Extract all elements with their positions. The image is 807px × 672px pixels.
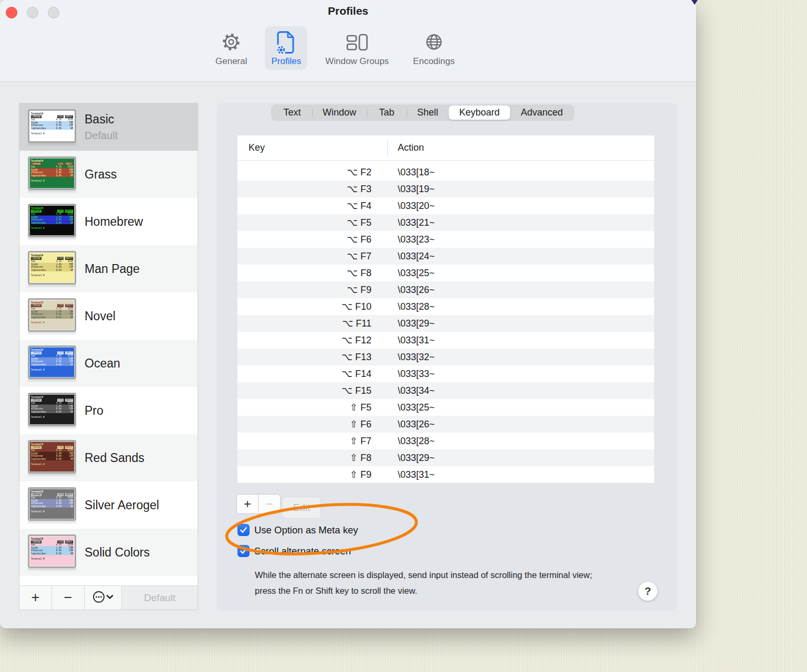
settings-tab[interactable]: Text [272,106,312,120]
toolbar-item-profiles[interactable]: Profiles [265,26,307,70]
terminal-preferences-window: Profiles General [0,0,696,628]
thumb-title: Terminal# [31,254,73,257]
profile-thumbnail: Terminal# COMMAND %CPU RPRVT [28,109,76,146]
table-row[interactable]: ⇧ F7 \033[28~ [237,433,654,449]
globe-icon [423,30,444,55]
table-row[interactable]: ⌥ F5 \033[21~ [237,214,654,231]
mapping-action-buttons: + − Edit [236,494,321,519]
table-row[interactable]: ⌥ F2 \033[18~ [237,164,654,181]
table-row[interactable]: ⌥ F6 \033[23~ [237,231,654,248]
profile-list-item[interactable]: Terminal# COMMAND %CPU RPRVT [19,529,198,576]
table-row[interactable]: ⌥ F9 \033[26~ [237,281,654,298]
table-row[interactable]: ⌥ F13 \033[32~ [237,349,654,365]
thumbnail-reflection [28,379,76,383]
set-default-button[interactable]: Default [122,586,198,610]
checkbox-checked-icon [237,545,250,557]
thumbnail-reflection [28,285,76,288]
profile-actions-menu-button[interactable] [85,586,122,610]
table-row[interactable]: ⇧ F6 \033[26~ [237,416,654,433]
key-cell: ⌥ F12 [237,334,371,346]
profile-name: Silver Aerogel [85,498,159,512]
edit-mapping-button[interactable]: Edit [282,497,321,519]
profile-list-item[interactable]: Terminal# COMMAND %CPU RPRVT [19,340,198,387]
profile-thumbnail: Terminal# COMMAND %CPU RPRVT [28,204,76,241]
action-cell: \033[21~ [398,217,435,228]
table-row[interactable]: ⇧ F9 \033[31~ [237,466,654,483]
thumb-title: Terminal# [31,112,73,116]
profile-list-item[interactable]: Terminal# COMMAND %CPU RPRVT [19,292,198,340]
thumbnail-reflection [28,426,76,430]
toolbar-item-general[interactable]: General [209,26,253,70]
settings-tab[interactable]: Advanced [510,106,573,120]
profile-thumbnail: Terminal# COMMAND %CPU RPRVT [28,440,76,477]
key-cell: ⇧ F5 [237,402,371,413]
action-cell: \033[24~ [398,251,435,262]
ellipsis-circle-icon [92,590,114,606]
alternate-screen-help-text: While the alternate screen is displayed,… [255,567,604,598]
profile-list-item[interactable]: Terminal# COMMAND %CPU RPRVT [19,434,198,481]
table-row[interactable]: ⌥ F11 \033[29~ [237,315,654,332]
help-button[interactable]: ? [638,581,658,601]
profile-thumbnail: Terminal# COMMAND %CPU RPRVT [28,534,76,572]
window-groups-icon [346,30,369,55]
key-cell: ⌥ F9 [237,284,371,296]
profiles-sidebar: Terminal# COMMAND %CPU RPRVT [19,103,198,610]
add-profile-button[interactable]: + [19,586,52,610]
profile-name: Novel [85,309,116,323]
table-row[interactable]: ⌥ F14 \033[33~ [237,365,654,382]
thumbnail-reflection [28,143,76,146]
key-mappings-table: Key Action ⌥ F2 \033[18~ ⌥ F3 \033[ [237,135,654,483]
profile-list-item[interactable]: Terminal# COMMAND %CPU RPRVT [19,245,198,292]
table-row[interactable]: ⌥ F10 \033[28~ [237,298,654,315]
settings-tab[interactable]: Keyboard [449,106,510,120]
thumb-title: Terminal# [31,160,73,163]
window-title: Profiles [0,5,696,17]
profile-list-item[interactable]: Terminal# COMMAND %CPU RPRVT [19,481,198,529]
column-divider [387,140,388,156]
table-row[interactable]: ⌥ F8 \033[25~ [237,265,654,281]
profile-list-item[interactable]: Terminal# COMMAND %CPU RPRVT [19,151,198,198]
key-cell: ⇧ F7 [237,435,371,447]
key-cell: ⇧ F9 [237,469,371,480]
key-cell: ⌥ F10 [237,301,371,312]
table-row[interactable]: ⇧ F5 \033[25~ [237,399,654,416]
action-cell: \033[29~ [398,318,435,329]
profile-name: Grass [85,167,117,182]
use-option-as-meta-checkbox[interactable]: Use Option as Meta key [237,524,358,536]
profile-list-item[interactable]: Terminal# COMMAND %CPU RPRVT [19,103,198,151]
profile-list-item[interactable]: Terminal# COMMAND %CPU RPRVT [19,198,198,245]
key-cell: ⌥ F3 [237,183,371,195]
action-cell: \033[31~ [398,469,435,480]
toolbar-item-window-groups[interactable]: Window Groups [319,26,395,70]
profile-thumbnail: Terminal# COMMAND %CPU RPRVT [28,487,76,524]
action-cell: \033[23~ [398,234,435,245]
settings-tab[interactable]: Tab [367,106,407,120]
profiles-list: Terminal# COMMAND %CPU RPRVT [19,103,198,576]
toolbar-item-encodings[interactable]: Encodings [407,26,461,70]
table-row[interactable]: ⌥ F12 \033[31~ [237,332,654,349]
thumb-title: Terminal# [31,490,73,494]
profile-list-item[interactable]: Terminal# COMMAND %CPU RPRVT [19,387,198,434]
remove-profile-button[interactable]: − [52,586,85,610]
profile-thumbnail: Terminal# COMMAND %CPU RPRVT [28,298,76,335]
key-cell: ⇧ F6 [237,418,371,430]
table-row[interactable]: ⌥ F7 \033[24~ [237,248,654,265]
add-mapping-button[interactable]: + [236,494,258,514]
settings-tab[interactable]: Window [312,106,367,120]
action-cell: \033[28~ [398,436,435,447]
key-cell: ⌥ F6 [237,234,371,245]
scroll-alternate-screen-checkbox[interactable]: Scroll alternate screen [237,545,351,557]
key-cell: ⌥ F14 [237,368,371,380]
checkbox-checked-icon [237,524,250,536]
profile-default-badge: Default [85,130,118,142]
settings-tab[interactable]: Shell [407,106,449,120]
table-row[interactable]: ⌥ F15 \033[34~ [237,382,654,399]
key-cell: ⌥ F7 [237,250,371,262]
table-row[interactable]: ⌥ F3 \033[19~ [237,181,654,197]
table-row[interactable]: ⌥ F4 \033[20~ [237,197,654,214]
table-rows: ⌥ F2 \033[18~ ⌥ F3 \033[19~ ⌥ F4 \033[20… [237,164,654,483]
remove-mapping-button[interactable]: − [258,494,281,514]
table-row[interactable]: ⇧ F8 \033[29~ [237,449,654,466]
thumb-title: Terminal# [31,349,73,352]
profile-thumbnail: Terminal# COMMAND %CPU RPRVT [28,156,76,194]
